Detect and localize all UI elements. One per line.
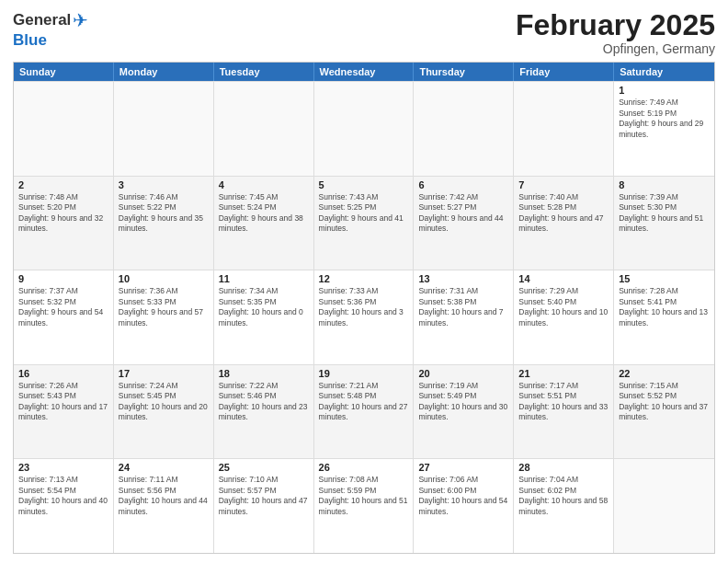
page: General ✈ Blue February 2025 Opfingen, G…: [0, 0, 728, 563]
day-info: Sunrise: 7:13 AM Sunset: 5:54 PM Dayligh…: [18, 475, 108, 517]
header-day-friday: Friday: [514, 63, 614, 81]
calendar: SundayMondayTuesdayWednesdayThursdayFrid…: [13, 62, 715, 554]
day-info: Sunrise: 7:24 AM Sunset: 5:45 PM Dayligh…: [119, 381, 209, 423]
calendar-cell-1-0: 2Sunrise: 7:48 AM Sunset: 5:20 PM Daylig…: [14, 177, 114, 270]
calendar-cell-0-2: [214, 82, 314, 176]
header-day-tuesday: Tuesday: [214, 63, 314, 81]
day-number: 17: [119, 368, 209, 379]
logo-blue: Blue: [13, 31, 47, 49]
calendar-cell-3-0: 16Sunrise: 7:26 AM Sunset: 5:43 PM Dayli…: [14, 365, 114, 459]
day-number: 15: [619, 273, 710, 284]
title-block: February 2025 Opfingen, Germany: [516, 9, 715, 56]
logo-general: General: [13, 11, 71, 29]
day-number: 13: [418, 273, 508, 284]
calendar-cell-3-2: 18Sunrise: 7:22 AM Sunset: 5:46 PM Dayli…: [214, 365, 314, 459]
logo-text: General ✈ Blue: [13, 9, 88, 50]
day-number: 4: [219, 179, 309, 190]
calendar-cell-0-1: [114, 82, 214, 176]
calendar-cell-4-0: 23Sunrise: 7:13 AM Sunset: 5:54 PM Dayli…: [14, 459, 114, 553]
calendar-cell-2-3: 12Sunrise: 7:33 AM Sunset: 5:36 PM Dayli…: [314, 270, 415, 364]
header-day-sunday: Sunday: [14, 63, 114, 81]
day-info: Sunrise: 7:21 AM Sunset: 5:48 PM Dayligh…: [319, 381, 409, 423]
day-info: Sunrise: 7:17 AM Sunset: 5:51 PM Dayligh…: [518, 381, 609, 423]
day-number: 26: [319, 462, 409, 473]
calendar-row-0: 1Sunrise: 7:49 AM Sunset: 5:19 PM Daylig…: [14, 81, 714, 176]
day-info: Sunrise: 7:43 AM Sunset: 5:25 PM Dayligh…: [319, 192, 409, 235]
calendar-cell-0-4: [414, 82, 514, 176]
day-info: Sunrise: 7:42 AM Sunset: 5:27 PM Dayligh…: [418, 192, 508, 235]
calendar-cell-4-1: 24Sunrise: 7:11 AM Sunset: 5:56 PM Dayli…: [114, 459, 214, 553]
calendar-cell-0-3: [314, 82, 415, 176]
calendar-cell-2-5: 14Sunrise: 7:29 AM Sunset: 5:40 PM Dayli…: [514, 270, 614, 364]
day-number: 9: [18, 273, 108, 284]
day-number: 8: [619, 179, 710, 190]
calendar-cell-3-6: 22Sunrise: 7:15 AM Sunset: 5:52 PM Dayli…: [614, 365, 714, 459]
calendar-cell-3-1: 17Sunrise: 7:24 AM Sunset: 5:45 PM Dayli…: [114, 365, 214, 459]
day-info: Sunrise: 7:28 AM Sunset: 5:41 PM Dayligh…: [619, 286, 710, 328]
day-info: Sunrise: 7:08 AM Sunset: 5:59 PM Dayligh…: [319, 475, 409, 517]
day-number: 22: [619, 368, 710, 379]
day-number: 19: [319, 368, 409, 379]
header: General ✈ Blue February 2025 Opfingen, G…: [13, 9, 715, 56]
calendar-row-1: 2Sunrise: 7:48 AM Sunset: 5:20 PM Daylig…: [14, 176, 714, 270]
logo-bird-icon: ✈: [73, 9, 88, 31]
month-title: February 2025: [516, 9, 715, 41]
calendar-cell-1-6: 8Sunrise: 7:39 AM Sunset: 5:30 PM Daylig…: [614, 177, 714, 270]
day-info: Sunrise: 7:06 AM Sunset: 6:00 PM Dayligh…: [418, 475, 508, 517]
day-number: 2: [18, 179, 108, 190]
day-number: 24: [119, 462, 209, 473]
calendar-header: SundayMondayTuesdayWednesdayThursdayFrid…: [14, 63, 714, 81]
calendar-cell-4-5: 28Sunrise: 7:04 AM Sunset: 6:02 PM Dayli…: [514, 459, 614, 553]
day-info: Sunrise: 7:26 AM Sunset: 5:43 PM Dayligh…: [18, 381, 108, 423]
day-number: 20: [418, 368, 508, 379]
day-info: Sunrise: 7:04 AM Sunset: 6:02 PM Dayligh…: [518, 475, 609, 517]
calendar-row-3: 16Sunrise: 7:26 AM Sunset: 5:43 PM Dayli…: [14, 364, 714, 459]
logo: General ✈ Blue: [13, 9, 88, 50]
calendar-cell-2-6: 15Sunrise: 7:28 AM Sunset: 5:41 PM Dayli…: [614, 270, 714, 364]
day-info: Sunrise: 7:48 AM Sunset: 5:20 PM Dayligh…: [18, 192, 108, 235]
day-info: Sunrise: 7:10 AM Sunset: 5:57 PM Dayligh…: [219, 475, 309, 517]
day-info: Sunrise: 7:29 AM Sunset: 5:40 PM Dayligh…: [518, 286, 609, 328]
day-info: Sunrise: 7:22 AM Sunset: 5:46 PM Dayligh…: [219, 381, 309, 423]
calendar-cell-1-2: 4Sunrise: 7:45 AM Sunset: 5:24 PM Daylig…: [214, 177, 314, 270]
calendar-cell-0-0: [14, 82, 114, 176]
day-info: Sunrise: 7:40 AM Sunset: 5:28 PM Dayligh…: [518, 192, 609, 235]
day-info: Sunrise: 7:36 AM Sunset: 5:33 PM Dayligh…: [119, 286, 209, 328]
calendar-cell-1-3: 5Sunrise: 7:43 AM Sunset: 5:25 PM Daylig…: [314, 177, 415, 270]
calendar-cell-1-1: 3Sunrise: 7:46 AM Sunset: 5:22 PM Daylig…: [114, 177, 214, 270]
calendar-cell-3-3: 19Sunrise: 7:21 AM Sunset: 5:48 PM Dayli…: [314, 365, 415, 459]
header-day-wednesday: Wednesday: [314, 63, 415, 81]
header-day-thursday: Thursday: [414, 63, 514, 81]
day-number: 16: [18, 368, 108, 379]
day-info: Sunrise: 7:34 AM Sunset: 5:35 PM Dayligh…: [219, 286, 309, 328]
calendar-cell-4-2: 25Sunrise: 7:10 AM Sunset: 5:57 PM Dayli…: [214, 459, 314, 553]
day-number: 7: [518, 179, 609, 190]
day-number: 14: [518, 273, 609, 284]
day-info: Sunrise: 7:11 AM Sunset: 5:56 PM Dayligh…: [119, 475, 209, 517]
day-number: 25: [219, 462, 309, 473]
day-number: 6: [418, 179, 508, 190]
location: Opfingen, Germany: [516, 41, 715, 56]
calendar-cell-4-6: [614, 459, 714, 553]
day-info: Sunrise: 7:46 AM Sunset: 5:22 PM Dayligh…: [119, 192, 209, 235]
calendar-cell-0-6: 1Sunrise: 7:49 AM Sunset: 5:19 PM Daylig…: [614, 82, 714, 176]
day-info: Sunrise: 7:39 AM Sunset: 5:30 PM Dayligh…: [619, 192, 710, 235]
day-number: 1: [619, 85, 710, 96]
day-number: 18: [219, 368, 309, 379]
calendar-cell-1-4: 6Sunrise: 7:42 AM Sunset: 5:27 PM Daylig…: [414, 177, 514, 270]
day-info: Sunrise: 7:49 AM Sunset: 5:19 PM Dayligh…: [619, 98, 710, 140]
header-day-monday: Monday: [114, 63, 214, 81]
day-number: 28: [518, 462, 609, 473]
calendar-cell-4-4: 27Sunrise: 7:06 AM Sunset: 6:00 PM Dayli…: [414, 459, 514, 553]
calendar-cell-4-3: 26Sunrise: 7:08 AM Sunset: 5:59 PM Dayli…: [314, 459, 415, 553]
day-info: Sunrise: 7:33 AM Sunset: 5:36 PM Dayligh…: [319, 286, 409, 328]
day-info: Sunrise: 7:31 AM Sunset: 5:38 PM Dayligh…: [418, 286, 508, 328]
calendar-cell-3-4: 20Sunrise: 7:19 AM Sunset: 5:49 PM Dayli…: [414, 365, 514, 459]
day-number: 12: [319, 273, 409, 284]
day-number: 3: [119, 179, 209, 190]
day-info: Sunrise: 7:19 AM Sunset: 5:49 PM Dayligh…: [418, 381, 508, 423]
calendar-row-2: 9Sunrise: 7:37 AM Sunset: 5:32 PM Daylig…: [14, 270, 714, 364]
calendar-row-4: 23Sunrise: 7:13 AM Sunset: 5:54 PM Dayli…: [14, 458, 714, 553]
calendar-cell-2-2: 11Sunrise: 7:34 AM Sunset: 5:35 PM Dayli…: [214, 270, 314, 364]
calendar-cell-2-1: 10Sunrise: 7:36 AM Sunset: 5:33 PM Dayli…: [114, 270, 214, 364]
